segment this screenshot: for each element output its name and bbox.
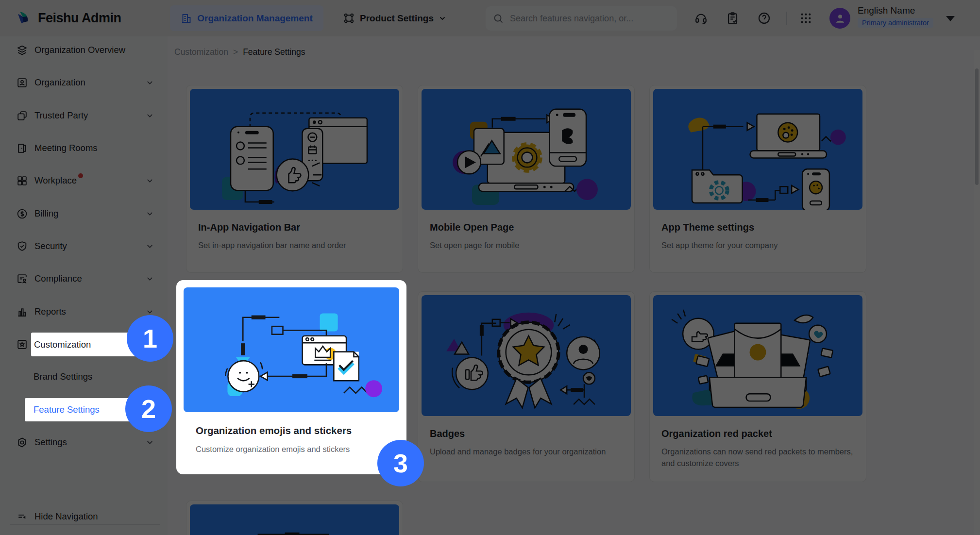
spotlight-feature-settings[interactable]: Feature Settings [25,398,139,421]
feishu-admin-window: Feishu Admin Organization Management Pro… [0,0,980,535]
tour-step-number: 1 [143,323,157,353]
tour-step-number: 3 [393,448,408,478]
card-title: Organization emojis and stickers [196,425,387,436]
tour-step-3-badge: 3 [377,440,424,486]
tour-step-1-badge: 1 [127,315,173,362]
sidebar-item-label: Feature Settings [34,404,100,415]
card-description: Customize organization emojis and sticke… [196,444,387,455]
tour-dim-overlay [0,0,980,535]
tour-step-2-badge: 2 [125,385,172,432]
sidebar-item-label: Customization [34,339,91,350]
tour-step-number: 2 [141,394,156,424]
card-illustration [184,287,399,412]
spotlight-card-organization-emojis[interactable]: Organization emojis and stickers Customi… [176,280,406,474]
